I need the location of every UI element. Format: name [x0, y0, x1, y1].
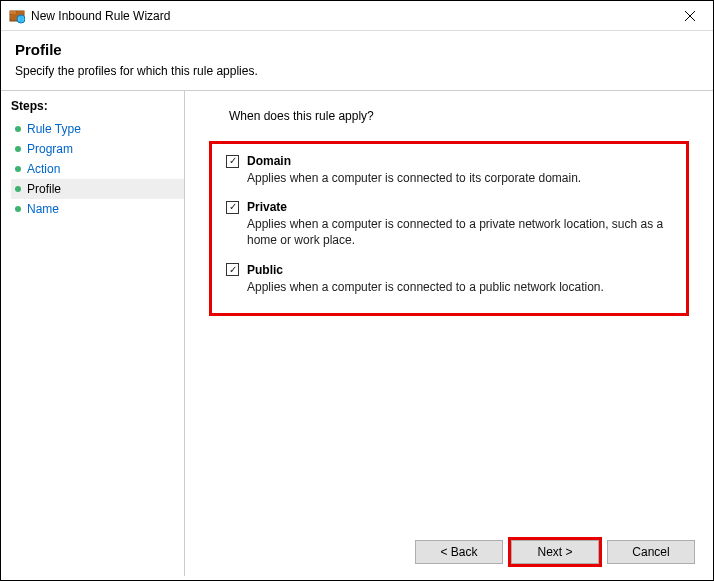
steps-title: Steps:	[11, 99, 184, 113]
step-bullet-icon	[15, 166, 21, 172]
next-button[interactable]: Next >	[511, 540, 599, 564]
back-button[interactable]: < Back	[415, 540, 503, 564]
step-bullet-icon	[15, 146, 21, 152]
step-label: Name	[27, 202, 59, 216]
private-checkbox[interactable]: ✓	[226, 201, 239, 214]
domain-desc: Applies when a computer is connected to …	[247, 170, 672, 186]
step-program[interactable]: Program	[11, 139, 184, 159]
profile-row: ✓ Public	[226, 263, 672, 277]
svg-rect-2	[17, 11, 24, 14]
step-bullet-icon	[15, 126, 21, 132]
wizard-header: Profile Specify the profiles for which t…	[1, 31, 713, 90]
step-label: Rule Type	[27, 122, 81, 136]
public-label: Public	[247, 263, 283, 277]
cancel-button[interactable]: Cancel	[607, 540, 695, 564]
svg-rect-1	[10, 11, 16, 14]
wizard-content: When does this rule apply? ✓ Domain Appl…	[184, 91, 713, 576]
svg-rect-3	[10, 15, 17, 18]
page-title: Profile	[15, 41, 699, 58]
profile-domain: ✓ Domain Applies when a computer is conn…	[226, 154, 672, 186]
step-bullet-icon	[15, 186, 21, 192]
firewall-icon	[9, 8, 25, 24]
step-action[interactable]: Action	[11, 159, 184, 179]
wizard-footer: < Back Next > Cancel	[415, 540, 695, 564]
domain-label: Domain	[247, 154, 291, 168]
window-title: New Inbound Rule Wizard	[31, 9, 170, 23]
step-name[interactable]: Name	[11, 199, 184, 219]
profile-public: ✓ Public Applies when a computer is conn…	[226, 263, 672, 295]
step-label: Action	[27, 162, 60, 176]
public-checkbox[interactable]: ✓	[226, 263, 239, 276]
domain-checkbox[interactable]: ✓	[226, 155, 239, 168]
private-desc: Applies when a computer is connected to …	[247, 216, 672, 248]
close-icon	[685, 11, 695, 21]
profile-row: ✓ Private	[226, 200, 672, 214]
profile-row: ✓ Domain	[226, 154, 672, 168]
public-desc: Applies when a computer is connected to …	[247, 279, 672, 295]
profile-private: ✓ Private Applies when a computer is con…	[226, 200, 672, 248]
private-label: Private	[247, 200, 287, 214]
step-rule-type[interactable]: Rule Type	[11, 119, 184, 139]
profiles-highlight-box: ✓ Domain Applies when a computer is conn…	[209, 141, 689, 316]
profile-question: When does this rule apply?	[209, 109, 689, 123]
close-button[interactable]	[667, 1, 713, 31]
step-profile[interactable]: Profile	[11, 179, 184, 199]
step-bullet-icon	[15, 206, 21, 212]
titlebar: New Inbound Rule Wizard	[1, 1, 713, 31]
step-label: Profile	[27, 182, 61, 196]
page-subtitle: Specify the profiles for which this rule…	[15, 64, 699, 78]
steps-sidebar: Steps: Rule Type Program Action Profile …	[1, 91, 184, 576]
wizard-body: Steps: Rule Type Program Action Profile …	[1, 91, 713, 576]
step-label: Program	[27, 142, 73, 156]
titlebar-left: New Inbound Rule Wizard	[9, 8, 170, 24]
